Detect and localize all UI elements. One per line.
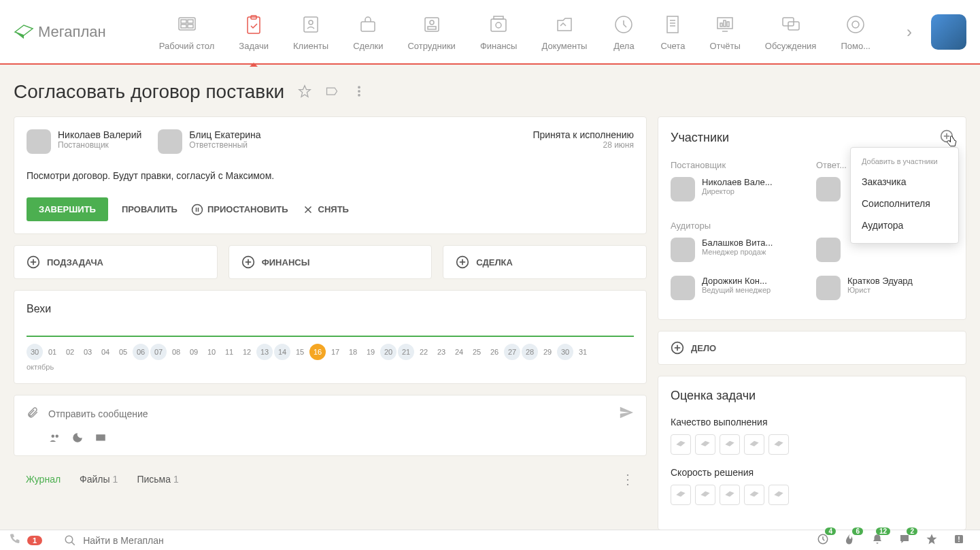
day-cell[interactable]: 04 — [97, 344, 114, 360]
nav-help[interactable]: Помо... — [828, 5, 883, 58]
day-cell[interactable]: 18 — [345, 344, 361, 360]
day-cell[interactable]: 21 — [398, 344, 414, 360]
rate-button[interactable] — [671, 434, 691, 455]
day-cell[interactable]: 30 — [557, 344, 573, 360]
day-cell[interactable]: 13 — [256, 344, 273, 360]
day-cell[interactable]: 10 — [203, 344, 220, 360]
dropdown-item-customer[interactable]: Заказчика — [851, 171, 958, 193]
nav-discussions[interactable]: Обсуждения — [753, 5, 829, 58]
day-cell[interactable]: 12 — [239, 344, 255, 360]
day-cell[interactable]: 06 — [133, 344, 149, 360]
rate-button[interactable] — [695, 485, 715, 505]
rate-button[interactable] — [671, 485, 691, 505]
day-cell[interactable]: 20 — [380, 344, 396, 360]
clients-icon — [299, 12, 323, 37]
rate-button[interactable] — [720, 434, 740, 455]
fire-icon[interactable]: 6 — [844, 533, 856, 547]
nav-tasks[interactable]: Задачи — [226, 5, 281, 58]
tag-icon[interactable] — [325, 84, 339, 100]
nav-reports[interactable]: Отчёты — [697, 5, 752, 58]
alert-icon[interactable]: ! — [953, 533, 965, 547]
day-cell[interactable]: 03 — [80, 344, 96, 360]
day-cell[interactable]: 07 — [150, 344, 167, 360]
day-cell[interactable]: 09 — [186, 344, 202, 360]
rate-button[interactable] — [744, 485, 764, 505]
send-icon[interactable] — [619, 405, 634, 422]
moon-icon[interactable] — [71, 432, 84, 446]
task-header-card: Николаев Валерий Постановщик Блиц Екатер… — [14, 116, 647, 234]
participant-item[interactable]: Кратков ЭдуардЮрист — [816, 276, 953, 300]
day-cell[interactable]: 22 — [416, 344, 432, 360]
day-cell[interactable]: 01 — [44, 344, 61, 360]
attach-icon[interactable] — [27, 406, 39, 421]
add-deal-button[interactable]: СДЕЛКА — [443, 245, 647, 279]
day-cell[interactable]: 26 — [486, 344, 503, 360]
fail-button[interactable]: ПРОВАЛИТЬ — [122, 204, 178, 214]
nav-clients[interactable]: Клиенты — [281, 5, 341, 58]
comment-input[interactable] — [48, 408, 609, 419]
nav-finance[interactable]: Финансы — [468, 5, 530, 58]
day-cell[interactable]: 29 — [539, 344, 556, 360]
day-cell[interactable]: 25 — [469, 344, 485, 360]
rate-button[interactable] — [720, 485, 740, 505]
nav-affairs[interactable]: Дела — [599, 5, 648, 58]
creator-person[interactable]: Николаев Валерий Постановщик — [27, 129, 141, 154]
day-cell[interactable]: 30 — [27, 344, 43, 360]
tab-letters[interactable]: Письма1 — [137, 474, 178, 485]
clock-icon[interactable]: 4 — [817, 533, 829, 547]
add-affair-button[interactable]: ДЕЛО — [658, 331, 966, 365]
day-cell[interactable]: 31 — [575, 344, 591, 360]
rate-button[interactable] — [744, 434, 764, 455]
tabs-more-icon[interactable]: ⋮ — [621, 471, 635, 487]
people-icon[interactable] — [48, 432, 61, 446]
nav-employees[interactable]: Сотрудники — [395, 5, 467, 58]
logo[interactable]: Мегаплан — [14, 22, 106, 42]
complete-button[interactable]: ЗАВЕРШИТЬ — [27, 197, 108, 221]
star-icon[interactable] — [926, 533, 938, 547]
nav-next-arrow[interactable]: › — [901, 22, 917, 42]
nav-documents[interactable]: Документы — [529, 5, 599, 58]
add-finance-button[interactable]: ФИНАНСЫ — [229, 245, 433, 279]
more-icon[interactable] — [352, 84, 366, 100]
day-cell[interactable]: 02 — [62, 344, 78, 360]
day-cell[interactable]: 24 — [451, 344, 467, 360]
remove-button[interactable]: СНЯТЬ — [302, 204, 349, 216]
rate-button[interactable] — [768, 434, 789, 455]
nav-deals[interactable]: Сделки — [341, 5, 395, 58]
day-cell[interactable]: 19 — [362, 344, 379, 360]
rate-button[interactable] — [695, 434, 715, 455]
participant-item[interactable]: Дорожкин Кон...Ведущий менеджер — [671, 276, 808, 300]
dropdown-item-auditor[interactable]: Аудитора — [851, 214, 958, 236]
nav-invoices[interactable]: Счета — [648, 5, 697, 58]
tab-journal[interactable]: Журнал — [26, 474, 61, 485]
pause-button[interactable]: ПРИОСТАНОВИТЬ — [191, 204, 288, 216]
tab-files[interactable]: Файлы1 — [80, 474, 118, 485]
day-cell[interactable]: 27 — [504, 344, 520, 360]
bell-icon[interactable]: 12 — [871, 533, 883, 547]
day-cell[interactable]: 14 — [274, 344, 290, 360]
day-cell[interactable]: 11 — [221, 344, 237, 360]
day-cell[interactable]: 05 — [115, 344, 131, 360]
day-cell[interactable]: 17 — [327, 344, 343, 360]
assignee-person[interactable]: Блиц Екатерина Ответственный — [158, 129, 260, 154]
star-icon[interactable] — [298, 84, 311, 100]
day-cell[interactable]: 23 — [433, 344, 450, 360]
day-cell[interactable]: 28 — [522, 344, 538, 360]
avatar — [671, 238, 695, 262]
participant-item[interactable]: Николаев Вале...Директор — [671, 177, 808, 201]
day-cell[interactable]: 16 — [309, 344, 326, 360]
chat-icon[interactable]: 2 — [898, 533, 911, 547]
participant-item[interactable]: Балашков Вита...Менеджер продаж — [671, 238, 808, 262]
add-participant-button[interactable] — [940, 132, 953, 146]
nav-desktop[interactable]: Рабочий стол — [147, 5, 227, 58]
plus-icon — [671, 341, 684, 355]
day-cell[interactable]: 08 — [168, 344, 184, 360]
mail-icon[interactable] — [95, 432, 107, 446]
dropdown-item-coexecutor[interactable]: Соисполнителя — [851, 193, 958, 214]
phone-icon[interactable] — [8, 533, 20, 547]
day-cell[interactable]: 15 — [292, 344, 308, 360]
rate-button[interactable] — [768, 485, 789, 505]
user-avatar[interactable] — [931, 14, 966, 50]
search-input[interactable] — [83, 535, 809, 546]
add-subtask-button[interactable]: ПОДЗАДАЧА — [14, 245, 218, 279]
